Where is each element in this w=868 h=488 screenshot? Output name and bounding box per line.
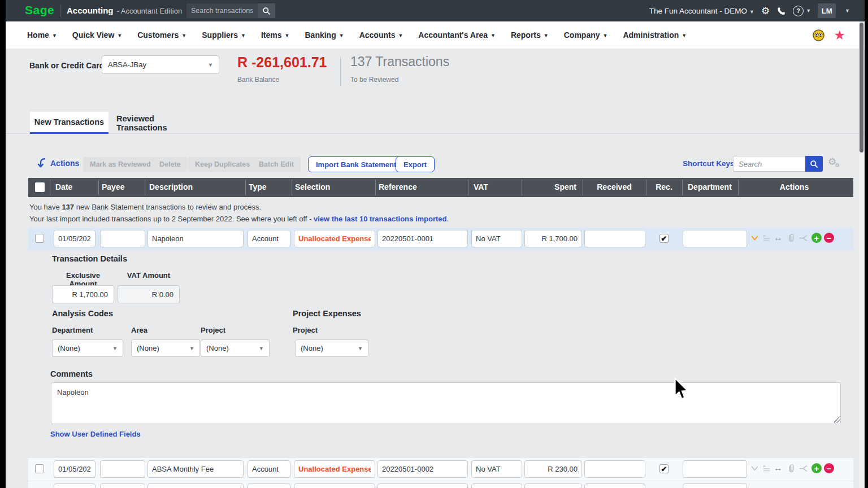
nav-item-administration[interactable]: Administration▼	[623, 30, 687, 40]
vat-input[interactable]	[471, 230, 522, 247]
received-input[interactable]	[584, 460, 645, 478]
mark-as-reviewed-button[interactable]: Mark as Reviewed	[83, 157, 158, 172]
reference-input[interactable]	[377, 483, 468, 488]
table-settings-gear-icon[interactable]: ⚙⚙	[828, 156, 840, 168]
attachment-paperclip-icon[interactable]	[785, 463, 796, 473]
nav-item-items[interactable]: Items▼	[261, 30, 290, 40]
description-input[interactable]	[147, 483, 244, 488]
vat-input[interactable]	[471, 483, 522, 488]
tab-reviewed-transactions[interactable]: Reviewed Transactions	[116, 112, 207, 134]
help-menu[interactable]: ? ▼	[793, 6, 811, 16]
actions-menu[interactable]: Actions	[50, 159, 79, 168]
area-select[interactable]: (None)▼	[131, 339, 200, 357]
nav-item-banking[interactable]: Banking▼	[305, 30, 344, 40]
keep-duplicates-button[interactable]: Keep Duplicates	[188, 157, 257, 172]
department-input[interactable]	[683, 483, 747, 488]
export-button[interactable]: Export	[396, 156, 435, 172]
import-bank-statements-button[interactable]: Import Bank Statements	[308, 156, 409, 172]
selection-input[interactable]	[294, 230, 375, 247]
batch-edit-button[interactable]: Batch Edit	[252, 157, 301, 172]
favorite-star-icon[interactable]: ★	[834, 29, 845, 42]
quick-entry-list-icon[interactable]	[761, 233, 771, 243]
company-switcher[interactable]: The Fun Accountant - DEMO▼	[649, 7, 754, 15]
col-reference[interactable]: Reference	[379, 182, 417, 191]
col-rec[interactable]: Rec.	[647, 182, 681, 191]
split-icon[interactable]	[798, 463, 808, 473]
pe-project-select[interactable]: (None)▼	[295, 339, 368, 357]
col-payee[interactable]: Payee	[102, 182, 124, 191]
description-input[interactable]	[147, 230, 244, 247]
transfer-arrows-icon[interactable]: ↔	[773, 463, 783, 473]
attachment-paperclip-icon[interactable]	[785, 233, 796, 243]
col-selection[interactable]: Selection	[295, 182, 330, 191]
payee-input[interactable]	[100, 483, 145, 488]
reference-input[interactable]	[377, 230, 468, 247]
nav-item-suppliers[interactable]: Suppliers▼	[202, 30, 246, 40]
sage-logo[interactable]: Sage	[25, 3, 54, 17]
support-owl-icon[interactable]	[812, 29, 825, 42]
transaction-row[interactable]: ↔ + −	[28, 228, 853, 250]
avatar[interactable]: LM	[818, 3, 836, 18]
received-input[interactable]	[584, 483, 645, 488]
actions-arrow-icon[interactable]	[35, 157, 47, 169]
description-input[interactable]	[147, 460, 244, 478]
col-date[interactable]: Date	[55, 182, 72, 191]
shortcut-keys-link[interactable]: Shortcut Keys	[683, 159, 735, 168]
transaction-row[interactable]: ↔ + −	[28, 458, 853, 481]
department-input[interactable]	[683, 460, 747, 478]
department-input[interactable]	[683, 230, 747, 247]
date-input[interactable]	[54, 460, 96, 478]
spent-input[interactable]	[524, 483, 582, 488]
row-checkbox[interactable]	[35, 464, 44, 473]
selection-input[interactable]	[294, 460, 375, 478]
vertical-scrollbar[interactable]	[859, 21, 864, 488]
add-circle-icon[interactable]: +	[811, 233, 822, 243]
date-input[interactable]	[54, 230, 96, 247]
project-select[interactable]: (None)▼	[201, 339, 270, 357]
reconciled-checkbox[interactable]	[659, 234, 669, 243]
split-icon[interactable]	[798, 233, 808, 243]
scrollbar-thumb[interactable]	[860, 23, 863, 152]
exclusive-amount-input[interactable]: R 1,700.00	[52, 285, 114, 303]
payee-input[interactable]	[100, 230, 145, 247]
payee-input[interactable]	[100, 460, 145, 478]
date-input[interactable]	[54, 483, 96, 488]
resize-grip-icon[interactable]	[834, 417, 840, 423]
table-search-input[interactable]	[733, 156, 805, 172]
nav-item-quick-view[interactable]: Quick View▼	[72, 30, 122, 40]
remove-circle-icon[interactable]: −	[824, 233, 834, 243]
col-vat[interactable]: VAT	[474, 182, 488, 191]
type-input[interactable]	[248, 460, 290, 478]
nav-item-company[interactable]: Company▼	[564, 30, 608, 40]
col-department[interactable]: Department	[688, 182, 732, 191]
nav-item-accountants-area[interactable]: Accountant's Area▼	[418, 30, 496, 40]
col-received[interactable]: Received	[583, 182, 646, 191]
vat-input[interactable]	[471, 460, 522, 478]
reference-input[interactable]	[377, 460, 468, 478]
row-checkbox[interactable]	[35, 234, 44, 243]
nav-item-accounts[interactable]: Accounts▼	[359, 30, 403, 40]
transaction-row[interactable]	[28, 481, 853, 488]
collapse-row-button[interactable]	[749, 233, 760, 243]
select-all-checkbox[interactable]	[35, 182, 45, 192]
global-search-button[interactable]	[258, 3, 275, 18]
spent-input[interactable]	[524, 230, 582, 247]
global-search-input[interactable]	[186, 3, 258, 18]
type-input[interactable]	[248, 483, 290, 488]
chevron-down-icon[interactable]: ▼	[845, 8, 850, 14]
reconciled-checkbox[interactable]	[659, 464, 669, 473]
col-actions[interactable]: Actions	[739, 182, 849, 191]
bank-select[interactable]: ABSA-JBay ▼	[102, 55, 219, 74]
table-search-button[interactable]	[805, 156, 823, 172]
col-type[interactable]: Type	[249, 182, 267, 191]
quick-entry-list-icon[interactable]	[761, 463, 771, 473]
settings-gear-icon[interactable]: ⚙	[761, 6, 770, 16]
nav-item-home[interactable]: Home▼	[27, 30, 57, 40]
received-input[interactable]	[584, 230, 645, 247]
remove-circle-icon[interactable]: −	[824, 463, 834, 473]
col-spent[interactable]: Spent	[520, 182, 576, 191]
transfer-arrows-icon[interactable]: ↔	[773, 233, 783, 243]
delete-button[interactable]: Delete	[153, 157, 188, 172]
department-select[interactable]: (None)▼	[52, 339, 123, 357]
view-last-imported-link[interactable]: view the last 10 transactions imported	[314, 215, 447, 223]
